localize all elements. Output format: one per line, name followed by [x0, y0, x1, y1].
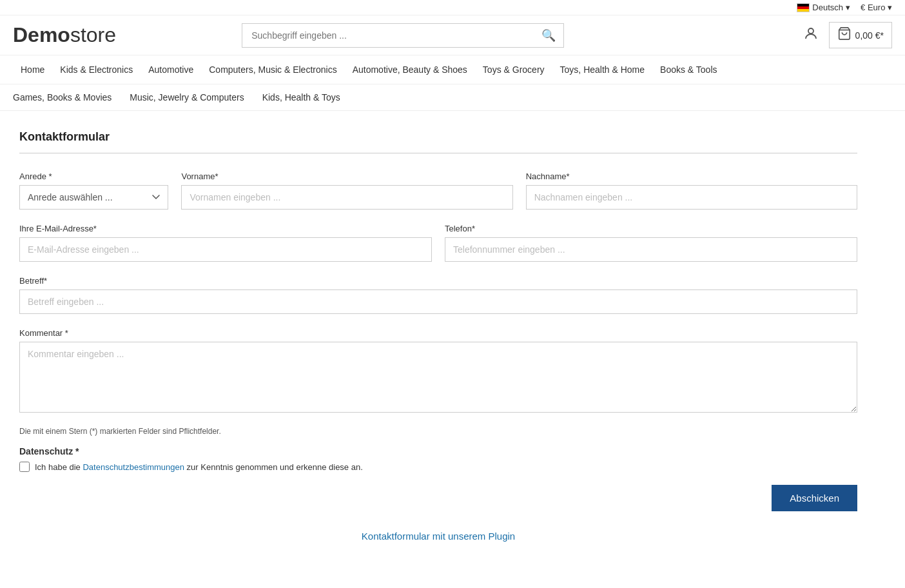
required-note: Die mit einem Stern (*) markierten Felde…: [19, 427, 857, 436]
language-selector[interactable]: Deutsch ▾: [797, 3, 850, 12]
email-group: Ihre E-Mail-Adresse*: [19, 224, 432, 262]
phone-group: Telefon*: [445, 224, 857, 262]
subject-group: Betreff*: [19, 276, 857, 314]
logo-bold: Demo: [13, 23, 70, 46]
cart-button[interactable]: 0,00 €*: [829, 22, 892, 48]
secondary-nav-music[interactable]: Music, Jewelry & Computers: [121, 84, 253, 110]
header: Demostore 🔍 0,00 €*: [0, 15, 905, 55]
form-title: Kontaktformular: [19, 130, 857, 144]
phone-input[interactable]: [445, 237, 857, 262]
datenschutz-checkbox[interactable]: [19, 462, 30, 472]
comment-group: Kommentar *: [19, 328, 857, 413]
lastname-label: Nachname*: [526, 172, 857, 181]
salutation-label: Anrede *: [19, 172, 168, 181]
logo-rest: store: [70, 23, 116, 46]
nav-item-kids-electronics[interactable]: Kids & Electronics: [52, 55, 141, 84]
main-nav: Home Kids & Electronics Automotive Compu…: [0, 55, 905, 84]
lastname-input[interactable]: [526, 185, 857, 210]
firstname-group: Vorname*: [181, 172, 512, 210]
main-content: Kontaktformular Anrede * Anrede auswähle…: [0, 111, 877, 574]
nav-item-computers-music[interactable]: Computers, Music & Electronics: [201, 55, 344, 84]
salutation-group: Anrede * Anrede auswählen ... Herr Frau: [19, 172, 168, 210]
lastname-group: Nachname*: [526, 172, 857, 210]
cart-amount: 0,00 €*: [855, 30, 884, 41]
lang-label: Deutsch: [812, 3, 843, 12]
comment-textarea[interactable]: [19, 342, 857, 413]
form-row-subject: Betreff*: [19, 276, 857, 314]
plugin-link[interactable]: Kontaktformular mit unserem Plugin: [362, 531, 515, 542]
nav-item-home[interactable]: Home: [13, 55, 52, 84]
secondary-nav-games[interactable]: Games, Books & Movies: [13, 84, 121, 110]
currency-label: € Euro: [861, 3, 885, 12]
flag-icon: [797, 3, 810, 12]
form-divider: [19, 153, 857, 153]
form-row-comment: Kommentar *: [19, 328, 857, 413]
logo[interactable]: Demostore: [13, 23, 116, 47]
search-box: 🔍: [242, 23, 564, 48]
lang-dropdown-icon: ▾: [846, 3, 850, 12]
form-row-contact: Ihre E-Mail-Adresse* Telefon*: [19, 224, 857, 262]
firstname-label: Vorname*: [181, 172, 512, 181]
header-icons: 0,00 €*: [803, 22, 892, 48]
nav-item-books-tools[interactable]: Books & Tools: [652, 55, 725, 84]
nav-item-automotive-beauty[interactable]: Automotive, Beauty & Shoes: [345, 55, 475, 84]
submit-button[interactable]: Abschicken: [772, 485, 857, 511]
svg-point-0: [808, 28, 813, 34]
nav-item-toys-health[interactable]: Toys, Health & Home: [552, 55, 653, 84]
top-bar: Deutsch ▾ € Euro ▾: [0, 0, 905, 15]
phone-label: Telefon*: [445, 224, 857, 233]
nav-item-toys-grocery[interactable]: Toys & Grocery: [475, 55, 552, 84]
datenschutz-link[interactable]: Datenschutzbestimmungen: [83, 462, 184, 472]
subject-label: Betreff*: [19, 276, 857, 286]
currency-selector[interactable]: € Euro ▾: [861, 3, 892, 12]
firstname-input[interactable]: [181, 185, 512, 210]
datenschutz-row: Ich habe die Datenschutzbestimmungen zur…: [19, 462, 857, 472]
salutation-select[interactable]: Anrede auswählen ... Herr Frau: [19, 185, 168, 210]
email-label: Ihre E-Mail-Adresse*: [19, 224, 432, 233]
account-icon[interactable]: [803, 26, 819, 45]
form-row-name: Anrede * Anrede auswählen ... Herr Frau …: [19, 172, 857, 210]
search-button[interactable]: 🔍: [534, 28, 563, 43]
subject-input[interactable]: [19, 289, 857, 314]
datenschutz-label: Datenschutz *: [19, 446, 857, 456]
search-input[interactable]: [242, 24, 534, 47]
datenschutz-text: Ich habe die Datenschutzbestimmungen zur…: [35, 462, 363, 472]
search-icon: 🔍: [541, 29, 556, 42]
submit-row: Abschicken: [19, 485, 857, 511]
secondary-nav-kids[interactable]: Kids, Health & Toys: [253, 84, 349, 110]
currency-dropdown-icon: ▾: [888, 3, 892, 12]
secondary-nav: Games, Books & Movies Music, Jewelry & C…: [0, 84, 905, 111]
plugin-link-container: Kontaktformular mit unserem Plugin: [19, 531, 857, 554]
nav-item-automotive[interactable]: Automotive: [141, 55, 201, 84]
email-input[interactable]: [19, 237, 432, 262]
cart-icon: [837, 26, 851, 44]
comment-label: Kommentar *: [19, 328, 857, 338]
